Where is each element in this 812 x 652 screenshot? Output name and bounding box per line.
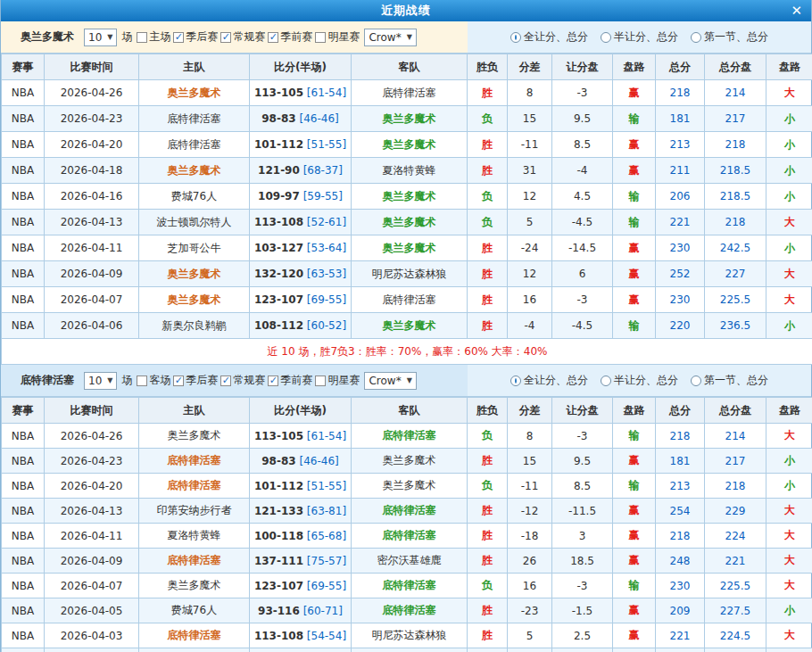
checkbox-icon[interactable] (315, 376, 326, 386)
games-count-select[interactable]: 10 ▼ (84, 29, 117, 46)
result-cell: 胜 (468, 158, 508, 184)
checkbox-checked-icon[interactable]: ✓ (268, 376, 278, 386)
filter-radio[interactable]: 半让分、总分 (601, 29, 678, 45)
filter-checkbox[interactable]: ✓季前赛 (268, 373, 312, 388)
league-cell: NBA (2, 648, 45, 652)
total-line-cell: 221 (705, 549, 766, 574)
away-team-cell: 底特律活塞 (352, 574, 468, 598)
column-header: 主队 (139, 54, 250, 80)
date-cell: 2026-04-23 (45, 449, 139, 474)
filter-radio[interactable]: 全让分、总分 (510, 29, 588, 45)
radio-label: 第一节、总分 (704, 373, 768, 388)
column-header: 赛事 (2, 54, 45, 80)
total-points-cell: 209 (656, 598, 705, 623)
filter-radio[interactable]: 第一节、总分 (691, 373, 768, 388)
filter-checkbox[interactable]: 明星赛 (315, 373, 360, 388)
handicap-line-cell: -3 (552, 424, 613, 449)
point-diff-cell: 11 (508, 648, 552, 652)
games-count-select[interactable]: 10 ▼ (84, 372, 117, 390)
half-score: [63-53] (307, 268, 346, 280)
home-team-cell: 底特律活塞 (139, 449, 250, 474)
column-header: 让分盘 (552, 54, 613, 80)
bookmaker-select[interactable]: Crow* ▼ (364, 29, 416, 46)
checkbox-checked-icon[interactable]: ✓ (268, 32, 278, 43)
close-icon[interactable]: ✕ (791, 1, 802, 21)
radio-icon[interactable] (691, 376, 701, 386)
date-cell: 2026-04-07 (45, 287, 139, 313)
filter-radio[interactable]: 全让分、总分 (510, 373, 588, 388)
total-line-cell: 220.5 (705, 648, 766, 652)
filter-checkbox[interactable]: 明星赛 (315, 29, 360, 45)
half-score: [65-68] (307, 530, 346, 542)
over-under-cell: 大 (766, 424, 812, 449)
handicap-result-cell: 输 (613, 184, 656, 210)
checkbox-label: 常规赛 (233, 29, 265, 45)
total-points-cell: 230 (656, 574, 705, 598)
checkbox-checked-icon[interactable]: ✓ (220, 376, 231, 386)
checkbox-icon[interactable] (137, 376, 147, 386)
away-team-cell: 奥兰多魔术 (352, 313, 468, 339)
handicap-result-cell: 输 (613, 474, 656, 499)
half-score: [51-55] (307, 480, 346, 492)
checkbox-checked-icon[interactable]: ✓ (220, 32, 231, 43)
away-team-cell: 奥兰多魔术 (352, 132, 468, 158)
score-cell: 93-116 [60-71] (250, 598, 352, 623)
filter-bar: 奥兰多魔术 10 ▼ 场 主场✓季后赛✓常规赛✓季前赛明星赛 Crow* ▼ 全… (1, 21, 811, 54)
over-under-cell: 大 (766, 574, 812, 598)
league-cell: NBA (2, 474, 45, 499)
over-under-cell: 小 (766, 235, 812, 261)
score-cell: 103-127 [53-64] (250, 235, 352, 261)
point-diff-cell: -12 (508, 499, 552, 524)
total-points-cell: 181 (656, 106, 705, 132)
handicap-line-cell: 2.5 (552, 623, 613, 648)
point-diff-cell: 8 (508, 80, 552, 106)
result-cell: 胜 (468, 524, 508, 549)
handicap-line-cell: 8.5 (552, 474, 613, 499)
radio-selected-icon[interactable] (510, 376, 521, 386)
half-score: [69-55] (307, 293, 346, 306)
radio-selected-icon[interactable] (510, 32, 521, 43)
total-points-cell: 181 (656, 449, 705, 474)
point-diff-cell: -23 (508, 598, 552, 623)
total-line-cell: 218 (705, 474, 766, 499)
filter-checkbox[interactable]: ✓季后赛 (173, 29, 218, 45)
bookmaker-select[interactable]: Crow* ▼ (364, 372, 416, 390)
checkbox-checked-icon[interactable]: ✓ (173, 376, 184, 386)
result-cell: 胜 (468, 313, 508, 339)
score-cell: 137-111 [75-57] (250, 549, 352, 574)
checkbox-icon[interactable] (315, 32, 326, 43)
filter-checkbox[interactable]: ✓季后赛 (173, 373, 218, 388)
total-line-cell: 224 (705, 524, 766, 549)
radio-icon[interactable] (601, 32, 611, 43)
radio-icon[interactable] (691, 32, 701, 43)
point-diff-cell: -11 (508, 474, 552, 499)
home-team-cell: 奥兰多魔术 (139, 80, 250, 106)
checkbox-icon[interactable] (137, 32, 147, 43)
date-cell: 2026-04-01 (45, 648, 139, 652)
column-header: 客队 (352, 54, 468, 80)
filter-checkbox[interactable]: ✓季前赛 (268, 29, 312, 45)
filter-checkbox[interactable]: 客场 (137, 373, 170, 388)
filter-checkbox[interactable]: ✓常规赛 (220, 29, 265, 45)
column-header: 盘路 (766, 398, 812, 424)
final-score: 93-116 (258, 605, 300, 617)
handicap-line-cell: -1.5 (552, 598, 613, 623)
home-team-cell: 底特律活塞 (139, 106, 250, 132)
score-cell: 101-112 [51-55] (250, 132, 352, 158)
column-header: 比赛时间 (45, 54, 139, 80)
filter-checkbox[interactable]: ✓常规赛 (220, 373, 265, 388)
radio-icon[interactable] (601, 376, 611, 386)
date-cell: 2026-04-26 (45, 424, 139, 449)
total-line-cell: 218 (705, 210, 766, 235)
handicap-result-cell: 输 (613, 313, 656, 339)
league-cell: NBA (2, 549, 45, 574)
filter-radio[interactable]: 第一节、总分 (691, 29, 768, 45)
half-score: [60-71] (303, 605, 343, 617)
filter-checkbox[interactable]: 主场 (137, 29, 170, 45)
filter-radio[interactable]: 半让分、总分 (601, 373, 678, 388)
checkbox-group: 客场✓季后赛✓常规赛✓季前赛明星赛 (137, 373, 360, 388)
date-cell: 2026-04-20 (45, 132, 139, 158)
checkbox-checked-icon[interactable]: ✓ (173, 32, 184, 43)
total-points-cell: 221 (656, 623, 705, 648)
total-points-cell: 252 (656, 261, 705, 287)
